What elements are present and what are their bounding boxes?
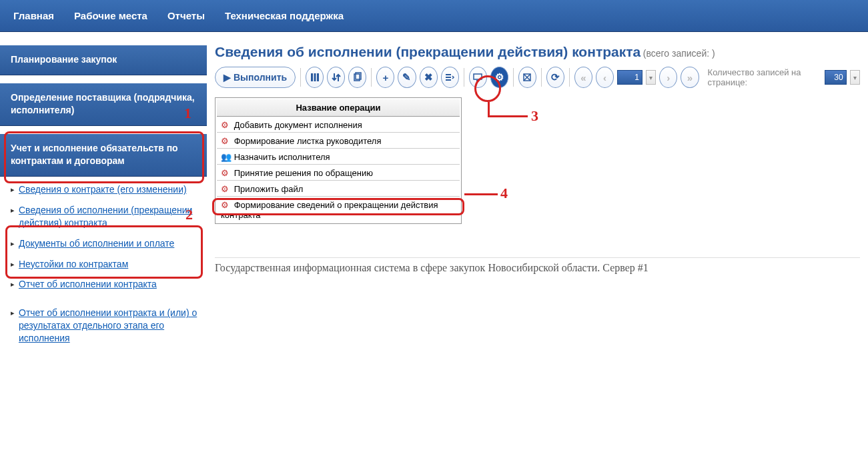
arrow-icon: ▸ [11,206,15,215]
nav-reports[interactable]: Отчеты [167,10,205,21]
svg-rect-0 [311,73,313,81]
top-nav: Главная Рабочие места Отчеты Техническая… [0,0,868,32]
next-page-button[interactable]: › [659,67,677,88]
next-icon: › [667,72,670,83]
sidebar-link[interactable]: Сведения об исполнении (прекращении дейс… [19,204,200,229]
table-row[interactable]: ⚙ Формирование сведений о прекращении де… [217,198,460,222]
column-settings-button[interactable] [306,67,324,88]
toolbar: ▶Выполнить + ✎ ✖ ⚙ ⟳ « ‹ 1 ▾ › » Количес… [215,67,860,88]
expand-button[interactable] [518,67,536,88]
gear-icon: ⚙ [221,184,232,194]
separator [569,68,570,87]
last-icon: » [687,72,693,83]
prev-icon: ‹ [603,72,606,83]
table-row[interactable]: ⚙ Приложить файл [217,182,460,197]
sidebar-link[interactable]: Сведения о контракте (его изменении) [19,183,187,196]
op-label: Приложить файл [234,184,304,194]
main-content: Сведения об исполнении (прекращении дейс… [207,32,868,355]
first-icon: « [580,72,586,83]
per-page-dropdown[interactable]: ▾ [850,70,860,85]
arrow-icon: ▸ [11,309,15,317]
sidebar: Планирование закупок Определение поставщ… [0,32,207,355]
arrow-icon: ▸ [11,239,15,248]
execute-button[interactable]: ▶Выполнить [215,67,296,88]
plus-icon: + [382,72,388,83]
sort-icon [331,72,342,83]
gear-icon: ⚙ [221,120,232,130]
table-row[interactable]: ⚙ Добавить документ исполнения [217,118,460,133]
per-page-label: Количество записей на странице: [708,67,821,87]
refresh-icon: ⟳ [551,71,560,83]
sidebar-item[interactable]: ▸Сведения об исполнении (прекращении дей… [0,200,207,233]
sidebar-link[interactable]: Неустойки по контрактам [19,258,128,271]
copy-button[interactable] [348,67,366,88]
close-icon: ✖ [424,71,433,83]
sidebar-section-planning[interactable]: Планирование закупок [0,45,207,75]
gear-icon: ⚙ [221,136,232,146]
gear-icon: ⚙ [221,200,232,210]
columns-icon [310,72,320,83]
operations-table: Название операции ⚙ Добавить документ ис… [215,97,462,224]
table-row[interactable]: ⚙ Принятие решения по обращению [217,166,460,181]
arrow-icon: ▸ [11,185,15,194]
sidebar-section-contracts[interactable]: Учет и исполнение обязательств по контра… [0,134,207,177]
sidebar-item[interactable]: ▸Неустойки по контрактам [0,254,207,275]
screen-icon [472,72,483,83]
delete-button[interactable]: ✖ [420,67,438,88]
execute-label: Выполнить [234,72,287,83]
operations-header: Название операции [217,99,460,117]
add-button[interactable]: + [376,67,394,88]
svg-rect-1 [314,73,316,81]
sidebar-item[interactable]: ▸Документы об исполнении и оплате [0,233,207,254]
gear-icon: ⚙ [495,71,504,83]
op-label: Принятие решения по обращению [234,168,373,178]
callout-number-1: 1 [184,105,191,122]
sort-button[interactable] [327,67,345,88]
separator [300,68,301,87]
table-row[interactable]: ⚙ Формирование листка руководителя [217,134,460,149]
last-page-button[interactable]: » [681,67,699,88]
op-label: Добавить документ исполнения [234,120,362,130]
separator [464,68,464,87]
arrow-icon: ▸ [11,280,15,289]
sidebar-item[interactable]: ▸Отчет об исполнении контракта [0,274,207,295]
per-page-box[interactable]: 30 [825,70,847,85]
title-row: Сведения об исполнении (прекращении дейс… [215,44,860,60]
expand-icon [522,72,532,83]
list-button[interactable] [441,67,459,88]
page-number-box[interactable]: 1 [617,70,642,85]
table-row[interactable]: 👥 Назначить исполнителя [217,150,460,165]
sidebar-link[interactable]: Отчет об исполнении контракта [19,278,157,291]
pencil-icon: ✎ [402,71,411,83]
nav-home[interactable]: Главная [13,10,54,21]
svg-rect-2 [317,73,319,81]
op-label: Формирование листка руководителя [234,136,382,146]
separator [513,68,514,87]
sidebar-section-supplier[interactable]: Определение поставщика (подрядчика, испо… [0,83,207,126]
title-suffix: (всего записей: ) [643,48,715,59]
callout-number-4: 4 [500,185,508,202]
edit-button[interactable]: ✎ [398,67,416,88]
sidebar-link[interactable]: Отчет об исполнении контракта и (или) о … [19,307,200,345]
prev-page-button[interactable]: ‹ [596,67,614,88]
play-icon: ▶ [224,72,231,83]
svg-rect-5 [474,74,482,79]
nav-support[interactable]: Техническая поддержка [225,10,344,21]
sidebar-link[interactable]: Документы об исполнении и оплате [19,237,174,250]
sidebar-item[interactable]: ▸Отчет об исполнении контракта и (или) о… [0,303,207,349]
arrow-icon: ▸ [11,260,15,269]
page-title: Сведения об исполнении (прекращении дейс… [215,44,640,59]
callout-number-2: 2 [185,206,193,223]
separator [541,68,542,87]
callout-number-3: 3 [531,107,538,125]
first-page-button[interactable]: « [574,67,592,88]
gear-icon: ⚙ [221,168,232,178]
people-icon: 👥 [221,152,232,162]
sidebar-item[interactable]: ▸Сведения о контракте (его изменении) [0,179,207,200]
footer-text: Государственная информационная система в… [215,257,860,274]
nav-workplaces[interactable]: Рабочие места [74,10,147,21]
page-dropdown[interactable]: ▾ [646,70,656,85]
gear-button[interactable]: ⚙ [490,67,508,88]
refresh-button[interactable]: ⟳ [546,67,564,88]
screen-button[interactable] [469,67,487,88]
